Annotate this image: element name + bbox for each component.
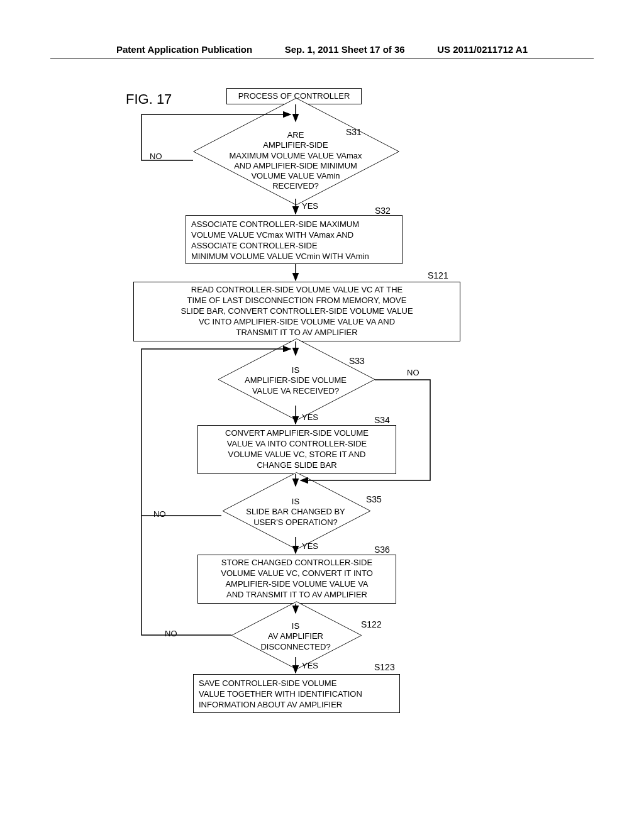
s31-no: NO bbox=[150, 152, 162, 161]
page-header: Patent Application Publication Sep. 1, 2… bbox=[50, 0, 594, 58]
s33-no: NO bbox=[407, 368, 419, 377]
s35-text: IS SLIDE BAR CHANGED BY USER'S OPERATION… bbox=[214, 497, 377, 528]
s32-label: S32 bbox=[375, 206, 391, 216]
s123-box: SAVE CONTROLLER-SIDE VOLUME VALUE TOGETH… bbox=[193, 674, 400, 713]
s31-text: ARE AMPLIFIER-SIDE MAXIMUM VOLUME VALUE … bbox=[189, 130, 402, 192]
s31-yes: YES bbox=[302, 201, 318, 211]
s122-text: IS AV AMPLIFIER DISCONNECTED? bbox=[233, 621, 358, 652]
s33-yes: YES bbox=[302, 412, 318, 422]
s33-text: IS AMPLIFIER-SIDE VOLUME VALUE VA RECEIV… bbox=[211, 365, 380, 396]
s36-label: S36 bbox=[374, 545, 390, 555]
s35-no: NO bbox=[153, 509, 166, 519]
s32-box: ASSOCIATE CONTROLLER-SIDE MAXIMUM VOLUME… bbox=[186, 215, 402, 264]
s121-label: S121 bbox=[428, 270, 448, 280]
s123-label: S123 bbox=[374, 662, 395, 672]
s36-box: STORE CHANGED CONTROLLER-SIDE VOLUME VAL… bbox=[197, 555, 396, 604]
s122-no: NO bbox=[165, 629, 177, 638]
s34-label: S34 bbox=[374, 415, 390, 425]
s122-yes: YES bbox=[302, 661, 318, 670]
s34-box: CONVERT AMPLIFIER-SIDE VOLUME VALUE VA I… bbox=[197, 425, 396, 474]
header-center: Sep. 1, 2011 Sheet 17 of 36 bbox=[285, 44, 405, 55]
header-right: US 2011/0211712 A1 bbox=[437, 44, 528, 55]
s33-label: S33 bbox=[349, 356, 365, 366]
s35-yes: YES bbox=[302, 541, 318, 551]
header-left: Patent Application Publication bbox=[116, 44, 252, 55]
s121-box: READ CONTROLLER-SIDE VOLUME VALUE VC AT … bbox=[133, 282, 460, 341]
s122-label: S122 bbox=[361, 619, 382, 629]
figure-label: FIG. 17 bbox=[126, 91, 172, 108]
